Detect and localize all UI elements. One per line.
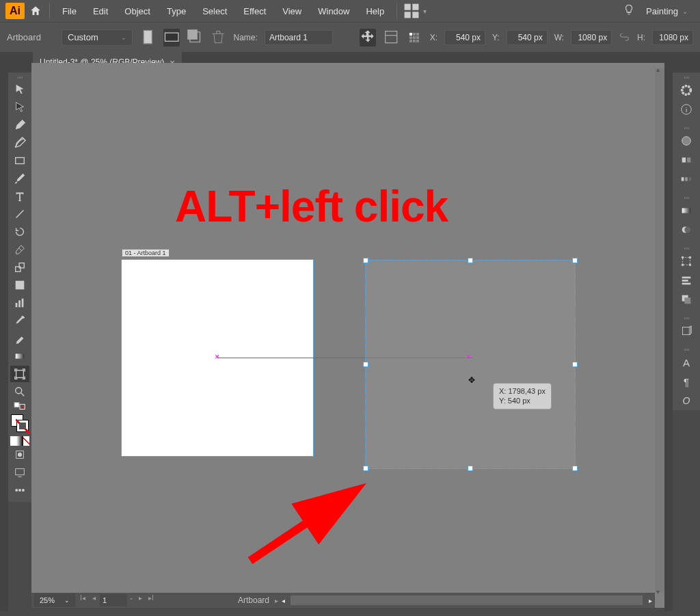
curvature-tool[interactable] <box>10 135 29 151</box>
artboard-tool[interactable] <box>10 366 29 382</box>
x-input[interactable] <box>444 30 485 45</box>
swatches-panel-icon[interactable] <box>675 150 697 170</box>
orientation-landscape-icon[interactable] <box>163 29 180 46</box>
gradient-tool[interactable] <box>10 348 29 364</box>
vertical-scrollbar[interactable] <box>655 68 664 593</box>
rectangle-tool[interactable] <box>10 152 29 169</box>
workspace-switcher[interactable]: Painting ⌄ <box>646 6 688 16</box>
zoom-value: 25% <box>40 596 55 604</box>
h-input[interactable] <box>652 30 693 45</box>
svg-point-46 <box>689 256 691 258</box>
menu-type[interactable]: Type <box>160 2 193 21</box>
svg-rect-15 <box>16 303 18 307</box>
color-wheel-icon[interactable] <box>675 81 697 100</box>
symbol-sprayer-tool[interactable] <box>10 330 29 347</box>
gradient-panel-icon[interactable] <box>675 201 697 220</box>
paragraph-panel-icon[interactable]: ¶ <box>675 372 697 391</box>
menu-window[interactable]: Window <box>311 2 356 21</box>
eraser-tool[interactable] <box>10 241 29 258</box>
paintbrush-tool[interactable] <box>10 170 29 187</box>
svg-rect-2 <box>405 12 411 18</box>
top-menubar: Ai File Edit Object Type Select Effect V… <box>0 0 700 22</box>
horizontal-scrollbar[interactable] <box>291 595 643 605</box>
svg-rect-53 <box>684 297 690 304</box>
handle-mid-right[interactable] <box>572 362 578 367</box>
svg-line-24 <box>21 405 24 408</box>
artboard-options-icon[interactable] <box>383 29 399 46</box>
draw-mode-icon[interactable] <box>10 446 29 463</box>
screen-mode-icon[interactable] <box>10 464 29 481</box>
left-rail <box>0 72 8 611</box>
pathfinder-panel-icon[interactable] <box>675 290 697 309</box>
handle-bottom-mid[interactable] <box>468 466 473 471</box>
canvas-area[interactable]: 01 - Artboard 1 × × ✥ X: 1798,43 px Y: 5… <box>31 63 664 608</box>
w-input[interactable] <box>571 30 612 45</box>
transparency-panel-icon[interactable] <box>675 220 697 239</box>
coordinate-tooltip: X: 1798,43 px Y: 540 px <box>493 383 552 410</box>
align-panel-icon[interactable] <box>675 271 697 290</box>
asset-export-icon[interactable] <box>675 321 697 340</box>
artboard-number[interactable]: 1 <box>100 594 127 606</box>
preset-select[interactable]: Custom⌄ <box>62 29 133 46</box>
menu-object[interactable]: Object <box>118 2 157 21</box>
menu-edit[interactable]: Edit <box>86 2 115 21</box>
shape-builder-tool[interactable] <box>10 277 29 293</box>
scale-tool[interactable] <box>10 259 29 276</box>
menu-effect[interactable]: Effect <box>237 2 273 21</box>
fill-stroke-swatch[interactable] <box>11 414 29 432</box>
nav-prev-icon[interactable]: ◂ <box>89 594 98 606</box>
menu-select[interactable]: Select <box>196 2 234 21</box>
column-graph-tool[interactable] <box>10 295 29 311</box>
handle-bottom-right[interactable] <box>572 466 578 471</box>
y-input[interactable] <box>507 30 548 45</box>
opentype-panel-icon[interactable]: O <box>675 391 697 410</box>
rotate-tool[interactable] <box>10 224 29 240</box>
arrange-icon[interactable] <box>403 2 420 20</box>
status-context: Artboard <box>238 595 269 605</box>
handle-top-left[interactable] <box>363 258 368 263</box>
direct-selection-tool[interactable] <box>10 99 29 116</box>
artboard-name-input[interactable] <box>265 30 333 45</box>
info-icon[interactable]: i <box>675 100 697 119</box>
delete-artboard-icon[interactable] <box>210 29 226 46</box>
home-icon[interactable] <box>27 3 44 19</box>
color-panel-icon[interactable] <box>675 131 697 150</box>
new-artboard-icon[interactable] <box>187 29 203 46</box>
control-bar: Artboard Custom⌄ Name: X: Y: W: H: <box>0 22 700 52</box>
orientation-portrait-icon[interactable] <box>139 29 156 46</box>
move-artwork-with-artboard-icon[interactable] <box>360 29 376 46</box>
zoom-tool[interactable] <box>10 384 29 400</box>
color-mode-strip[interactable] <box>10 436 29 446</box>
handle-mid-left[interactable] <box>363 362 368 367</box>
artboard-1-label: 01 - Artboard 1 <box>122 249 170 257</box>
menu-file[interactable]: File <box>55 2 83 21</box>
line-segment-tool[interactable] <box>10 206 29 222</box>
handle-top-mid[interactable] <box>468 258 473 263</box>
menu-help[interactable]: Help <box>359 2 391 21</box>
nav-next-icon[interactable]: ▸ <box>135 594 145 606</box>
link-dimensions-icon[interactable] <box>619 33 630 42</box>
menu-view[interactable]: View <box>275 2 308 21</box>
character-panel-icon[interactable]: A <box>675 353 697 372</box>
hscroll-left-icon[interactable]: ◂ <box>278 597 288 604</box>
hscroll-right-icon[interactable]: ▸ <box>645 597 655 604</box>
color-guide-icon[interactable] <box>675 170 697 189</box>
pen-tool[interactable] <box>10 117 29 133</box>
selection-tool[interactable] <box>10 81 29 98</box>
artboard-duplicate-preview[interactable] <box>365 260 576 469</box>
discover-icon[interactable] <box>623 3 635 18</box>
type-tool[interactable] <box>10 188 29 204</box>
app-logo[interactable]: Ai <box>5 3 25 19</box>
transform-panel-icon[interactable] <box>675 252 697 271</box>
nav-last-icon[interactable]: ▸I <box>146 594 156 606</box>
zoom-select[interactable]: 25%⌄ <box>34 593 75 607</box>
fill-stroke-toggle[interactable] <box>10 401 29 411</box>
nav-first-icon[interactable]: I◂ <box>78 594 88 606</box>
handle-top-right[interactable] <box>572 258 578 263</box>
svg-rect-44 <box>683 258 690 265</box>
eyedropper-tool[interactable] <box>10 312 29 329</box>
reference-point-icon[interactable] <box>406 29 422 46</box>
right-rail <box>664 72 673 611</box>
handle-bottom-left[interactable] <box>363 466 368 471</box>
edit-toolbar-icon[interactable]: ••• <box>10 482 29 498</box>
